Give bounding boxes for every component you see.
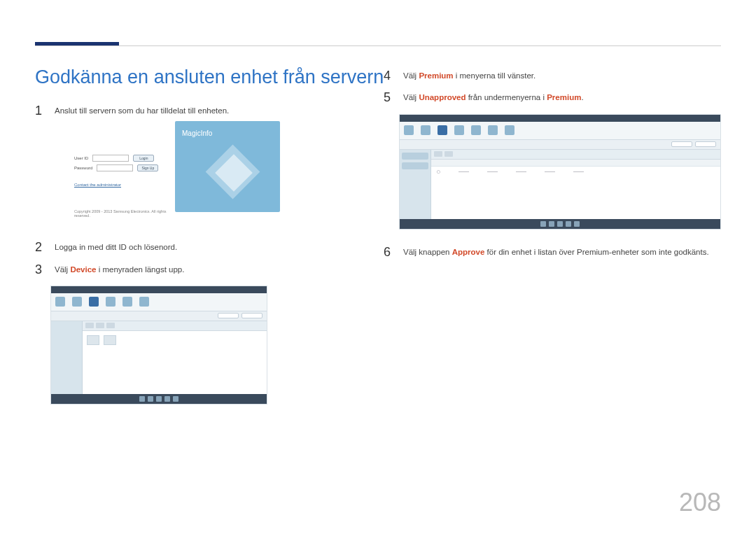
step-1: 1 Anslut till servern som du har tilldel… [35,105,342,117]
step-text: Välj knappen Approve för din enhet i lis… [403,246,709,258]
nav-icon-device[interactable] [438,125,447,135]
step-text: Välj Unapproved från undermenyerna i Pre… [403,92,584,104]
signup-button[interactable]: Sign Up [137,164,158,171]
screenshot-device [50,286,267,405]
copyright-text: Copyright 2009 - 2013 Samsung Electronic… [74,209,173,218]
nav-icon[interactable] [72,297,82,307]
nav-icon[interactable] [454,125,464,135]
nav-icon[interactable] [139,297,149,307]
nav-icon[interactable] [471,125,481,135]
login-user-label: User ID [74,156,88,160]
step-number: 4 [384,69,393,82]
nav-icon[interactable] [421,125,430,135]
nav-icon[interactable] [106,297,115,307]
device-sidebar[interactable] [51,321,83,394]
nav-icon[interactable] [122,297,132,307]
right-column: 4 Välj Premium i menyerna till vänster. … [384,66,721,421]
unapproved-sidebar[interactable] [400,150,431,219]
step-6: 6 Välj knappen Approve för din enhet i l… [384,246,721,258]
contact-admin-link[interactable]: Contact the administrator [74,183,121,187]
top-divider [35,45,721,46]
step-2: 2 Logga in med ditt ID och lösenord. [35,241,342,253]
step-number: 3 [35,263,45,276]
nav-icon[interactable] [488,125,498,135]
magicinfo-logo: MagicInfo [182,129,212,137]
nav-icon[interactable] [55,297,65,307]
left-column: 1 Anslut till servern som du har tilldel… [35,66,342,421]
login-pass-input[interactable] [97,164,133,171]
login-button[interactable]: Login [133,155,154,162]
step-text: Logga in med ditt ID och lösenord. [55,241,177,253]
screenshot-login: User ID Login Password Sign Up Contact t… [50,127,267,225]
step-4: 4 Välj Premium i menyerna till vänster. [384,70,721,82]
step-text: Anslut till servern som du har tilldelat… [55,105,229,117]
page-number: 208 [679,488,721,517]
step-text: Välj Premium i menyerna till vänster. [403,70,536,82]
step-number: 1 [35,104,45,117]
step-number: 5 [384,91,393,104]
step-number: 6 [384,246,393,258]
nav-icon[interactable] [404,125,414,135]
nav-icon-device[interactable] [89,297,99,307]
table-row[interactable]: ▢——————————————— [437,168,715,175]
login-pass-label: Password [74,166,92,170]
login-user-input[interactable] [92,155,129,162]
step-number: 2 [35,241,45,253]
step-text: Välj Device i menyraden längst upp. [55,264,184,276]
step-3: 3 Välj Device i menyraden längst upp. [35,264,342,276]
screenshot-unapproved: ▢——————————————— [399,114,721,230]
step-5: 5 Välj Unapproved från undermenyerna i P… [384,92,721,104]
nav-icon[interactable] [505,125,514,135]
